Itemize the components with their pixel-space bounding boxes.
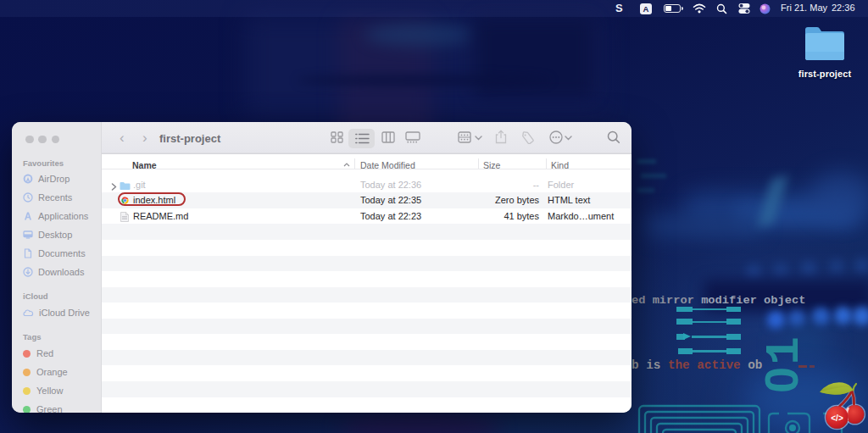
svg-text:</>: </> [831, 414, 843, 423]
